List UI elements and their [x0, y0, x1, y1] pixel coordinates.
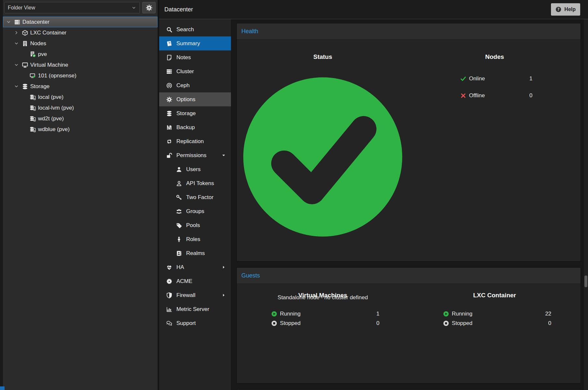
stop-circle-icon: [443, 320, 449, 326]
nav-item-realms[interactable]: Realms: [159, 246, 231, 260]
nav-item-label: Realms: [186, 250, 205, 257]
nav-item-label: Ceph: [176, 82, 190, 89]
gear-icon: [166, 97, 172, 102]
nav-item-metric-server[interactable]: Metric Server: [159, 302, 231, 316]
nav-item-label: Notes: [176, 54, 191, 61]
database-icon: [166, 111, 172, 116]
tree-expander[interactable]: [14, 84, 20, 89]
shield-icon: [166, 292, 172, 298]
stat-row-running: Running1: [271, 311, 379, 317]
main-column: Datacenter ? Help SearchSummaryNotesClus…: [159, 0, 588, 390]
nav-item-label: Support: [176, 320, 196, 327]
storage-drive-icon: [30, 127, 36, 132]
tree-item-label: wd2t (pve): [38, 115, 64, 122]
tree-expander[interactable]: [14, 30, 20, 35]
nav-item-api-tokens[interactable]: API Tokens: [159, 176, 231, 190]
nav-item-replication[interactable]: Replication: [159, 134, 231, 148]
cross-icon: [460, 93, 466, 99]
tree-item-label: Virtual Machine: [30, 62, 68, 68]
stat-value: 22: [545, 311, 551, 317]
stat-value: 1: [529, 75, 532, 82]
heartbeat-icon: [166, 264, 172, 270]
nav-menu: SearchSummaryNotesClusterCephOptionsStor…: [159, 19, 231, 390]
nav-item-label: Pools: [186, 222, 200, 229]
help-button[interactable]: ? Help: [551, 3, 580, 16]
stat-label: Stopped: [452, 320, 472, 327]
tree-item-nodes[interactable]: Nodes: [3, 38, 158, 49]
vertical-scrollbar[interactable]: [584, 19, 588, 390]
tree-expander-empty: [22, 95, 28, 100]
guests-column-virtual-machines: Virtual MachinesRunning1Stopped0: [237, 287, 409, 383]
nav-item-search[interactable]: Search: [159, 22, 231, 36]
nav-item-label: Replication: [176, 138, 204, 145]
stat-label: Online: [469, 75, 485, 82]
tag-icon: [176, 222, 182, 228]
stat-row-online: Online1: [460, 75, 532, 82]
server-icon: [166, 69, 172, 74]
nav-item-groups[interactable]: Groups: [159, 204, 231, 218]
chevron-down-icon: [132, 6, 136, 10]
caret-right-icon: [222, 265, 226, 269]
stat-label: Stopped: [280, 320, 300, 327]
stat-value: 1: [377, 311, 379, 317]
node-online-icon: [30, 51, 36, 57]
nav-item-users[interactable]: Users: [159, 162, 231, 176]
tree-settings-button[interactable]: [142, 2, 156, 13]
nav-item-support[interactable]: Support: [159, 316, 231, 330]
tree-item-datacenter[interactable]: Datacenter: [3, 17, 158, 27]
stop-circle-icon: [271, 320, 277, 326]
play-circle-icon: [443, 311, 449, 317]
stat-row-offline: Offline0: [460, 92, 532, 99]
tree-item-wd2t-pve[interactable]: wd2t (pve): [3, 113, 158, 124]
nav-item-firewall[interactable]: Firewall: [159, 288, 231, 302]
tree-item-label: Storage: [30, 83, 50, 90]
nav-item-label: Two Factor: [186, 194, 213, 201]
nav-item-ha[interactable]: HA: [159, 260, 231, 274]
tree-expander[interactable]: [6, 20, 12, 24]
building-icon: [22, 41, 28, 47]
nav-item-acme[interactable]: ACME: [159, 274, 231, 288]
body-row: SearchSummaryNotesClusterCephOptionsStor…: [159, 19, 588, 390]
nav-item-permissions[interactable]: Permissions: [159, 148, 231, 162]
tree-item-local-pve[interactable]: local (pve): [3, 92, 158, 102]
health-nodes-column: Nodes Online1Offline0: [409, 48, 581, 261]
nodes-heading: Nodes: [409, 53, 581, 61]
nav-item-label: Search: [176, 26, 194, 33]
comments-icon: [166, 320, 172, 326]
scrollbar-thumb[interactable]: [584, 276, 587, 287]
tree-expander[interactable]: [14, 41, 20, 46]
guests-column-lxc-container: LXC ContainerRunning22Stopped0: [409, 287, 581, 383]
tree-item-wdblue-pve[interactable]: wdblue (pve): [3, 124, 158, 135]
nav-item-roles[interactable]: Roles: [159, 232, 231, 246]
stat-value: 0: [548, 320, 551, 327]
stat-row-stopped: Stopped0: [271, 320, 379, 327]
tree-expander[interactable]: [14, 62, 20, 67]
nav-item-label: Firewall: [176, 292, 196, 299]
tree-item-local-lvm-pve[interactable]: local-lvm (pve): [3, 102, 158, 113]
user-outline-icon: [176, 181, 182, 186]
tree-item-storage[interactable]: Storage: [3, 81, 158, 92]
nav-item-notes[interactable]: Notes: [159, 50, 231, 64]
guests-panel: Guests Virtual MachinesRunning1Stopped0L…: [236, 267, 581, 383]
nav-item-pools[interactable]: Pools: [159, 218, 231, 232]
nav-item-ceph[interactable]: Ceph: [159, 78, 231, 92]
nav-item-backup[interactable]: Backup: [159, 120, 231, 134]
search-icon: [166, 27, 172, 33]
nav-item-label: API Tokens: [186, 180, 214, 187]
nav-item-label: Permissions: [176, 152, 207, 159]
tree-item-lxc-container[interactable]: LXC Container: [3, 27, 158, 38]
nav-item-two-factor[interactable]: Two Factor: [159, 190, 231, 204]
nav-item-storage[interactable]: Storage: [159, 106, 231, 120]
tree-item-pve[interactable]: pve: [3, 49, 158, 60]
storage-drive-icon: [30, 105, 36, 111]
nav-item-cluster[interactable]: Cluster: [159, 64, 231, 78]
stat-label: Running: [452, 311, 472, 317]
tree-item-101-opnsense[interactable]: 101 (opnsense): [3, 70, 158, 81]
nav-item-options[interactable]: Options: [159, 92, 231, 106]
view-mode-select[interactable]: Folder View: [4, 2, 140, 13]
bar-chart-icon: [166, 306, 172, 312]
nav-item-summary[interactable]: Summary: [159, 36, 231, 50]
tree-item-virtual-machine[interactable]: Virtual Machine: [3, 60, 158, 70]
collapsed-panel-chip[interactable]: [0, 386, 5, 390]
note-icon: [166, 55, 172, 61]
